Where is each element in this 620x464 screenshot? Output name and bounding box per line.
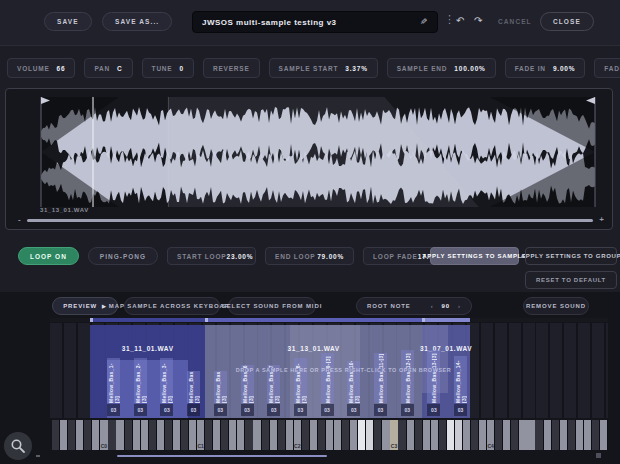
param-volume[interactable]: VOLUME66 [7, 58, 75, 78]
waveform-editor[interactable]: 31_13_01.WAV - + [5, 88, 613, 230]
white-key[interactable] [527, 420, 534, 450]
keymap-grid[interactable]: 31_11_01.WAV31_13_01.WAV31_07_01.WAVMell… [50, 323, 608, 418]
sample-strip-count[interactable]: 03 [454, 404, 467, 416]
black-key[interactable] [125, 420, 132, 450]
white-key[interactable] [92, 420, 99, 450]
sample-strip-count[interactable]: 03 [187, 404, 200, 416]
black-key[interactable] [358, 420, 365, 450]
waveform-zoom-scrollbar[interactable]: - + [18, 215, 604, 225]
black-key[interactable] [205, 420, 212, 450]
select-sound-from-midi-button[interactable]: SELECT SOUND FROM MIDI [228, 297, 316, 315]
apply-settings-to-sample-button[interactable]: APPLY SETTINGS TO SAMPLE [430, 247, 519, 265]
zoom-out-icon[interactable]: - [18, 216, 21, 224]
black-key[interactable] [302, 420, 309, 450]
sample-strip-count[interactable]: 03 [134, 404, 147, 416]
white-key[interactable] [237, 420, 244, 450]
sample-strip-count[interactable]: 03 [374, 404, 387, 416]
sample-strip-count[interactable]: 03 [160, 404, 173, 416]
white-key[interactable] [286, 420, 293, 450]
black-key[interactable] [439, 420, 446, 450]
white-key[interactable] [334, 420, 341, 450]
sample-strip-mellow-bas-1-3[interactable]: Mellow_Bas_1-[3] [107, 358, 120, 403]
param-reverse[interactable]: REVERSE [203, 58, 260, 78]
close-button[interactable]: CLOSE [540, 12, 594, 31]
keyboard-scrollbar-end[interactable] [596, 453, 601, 458]
sample-strip-count[interactable]: 03 [214, 404, 227, 416]
param-sample-start[interactable]: SAMPLE START3.37% [269, 58, 378, 78]
param-pan[interactable]: PANC [84, 58, 132, 78]
root-note-control[interactable]: ROOT NOTE ‹ 90 › [356, 297, 472, 315]
sample-strip-mellow-bas-12-3[interactable]: Mellow_Bas_12-[3] [401, 350, 414, 403]
black-key[interactable] [535, 420, 542, 450]
white-key[interactable] [544, 420, 551, 450]
cancel-button[interactable]: CANCEL [486, 12, 544, 31]
black-key[interactable] [455, 420, 462, 450]
chevron-right-icon[interactable]: › [458, 303, 461, 309]
black-key[interactable] [165, 420, 172, 450]
loop-param-start-loop[interactable]: START LOOP23.00% [167, 247, 256, 265]
reset-to-default-button[interactable]: RESET TO DEFAULT [525, 271, 617, 289]
black-key[interactable] [415, 420, 422, 450]
sample-strip-mellow-bas-5-3[interactable]: Mellow_Bas_5-[3] [214, 371, 227, 403]
white-key[interactable] [270, 420, 277, 450]
white-key[interactable] [479, 420, 486, 450]
sample-strip-count[interactable]: 03 [241, 404, 254, 416]
black-key[interactable] [568, 420, 575, 450]
sample-strip-count[interactable]: 03 [267, 404, 280, 416]
white-key[interactable] [576, 420, 583, 450]
white-key[interactable] [350, 420, 357, 450]
save-button[interactable]: SAVE [44, 12, 92, 31]
sample-strip-count[interactable]: 03 [321, 404, 334, 416]
white-key[interactable] [382, 420, 389, 450]
preset-title-field[interactable]: JWSOS multi-sample testing v3 ✎ [192, 11, 438, 33]
ping-pong-toggle[interactable]: PING-PONG [88, 247, 158, 265]
white-key[interactable] [584, 420, 591, 450]
sample-strip-count[interactable]: 03 [401, 404, 414, 416]
white-key[interactable] [141, 420, 148, 450]
overview-zone-31-11-01-wav[interactable] [90, 318, 205, 322]
white-key[interactable]: C1 [197, 420, 204, 450]
white-key[interactable] [600, 420, 607, 450]
white-key[interactable] [326, 420, 333, 450]
black-key[interactable] [471, 420, 478, 450]
white-key[interactable] [366, 420, 373, 450]
black-key[interactable] [221, 420, 228, 450]
save-as-button[interactable]: SAVE AS... [102, 12, 172, 31]
white-key[interactable] [423, 420, 430, 450]
white-key[interactable] [229, 420, 236, 450]
black-key[interactable] [52, 420, 59, 450]
white-key[interactable] [519, 420, 526, 450]
black-key[interactable] [552, 420, 559, 450]
black-key[interactable] [68, 420, 75, 450]
white-key[interactable] [189, 420, 196, 450]
white-key[interactable] [157, 420, 164, 450]
keyboard-scrollbar[interactable] [117, 455, 327, 457]
black-key[interactable] [262, 420, 269, 450]
apply-settings-to-group-button[interactable]: APPLY SETTINGS TO GROUP [525, 247, 617, 265]
white-key[interactable] [560, 420, 567, 450]
chevron-left-icon[interactable]: ‹ [431, 303, 434, 309]
magnifier-icon[interactable] [4, 432, 32, 460]
white-key[interactable]: C0 [100, 420, 107, 450]
map-sample-across-keyboard-button[interactable]: MAP SAMPLE ACROSS KEYBOARD [124, 297, 220, 315]
sample-strip-count[interactable]: 03 [107, 404, 120, 416]
loop-on-toggle[interactable]: LOOP ON [18, 247, 79, 265]
overview-zone-31-07-01-wav[interactable] [422, 318, 470, 322]
kebab-menu-icon[interactable]: ⋮ [444, 13, 455, 26]
edit-pencil-icon[interactable]: ✎ [420, 17, 428, 27]
sample-strip-count[interactable]: 03 [347, 404, 360, 416]
keymap-overview-strip[interactable] [50, 318, 608, 322]
black-key[interactable] [278, 420, 285, 450]
white-key[interactable] [431, 420, 438, 450]
white-key[interactable] [60, 420, 67, 450]
black-key[interactable] [149, 420, 156, 450]
sample-strip-mellow-bas-2-3[interactable]: Mellow_Bas_2-[3] [134, 358, 147, 403]
black-key[interactable] [84, 420, 91, 450]
param-sample-end[interactable]: SAMPLE END100.00% [387, 58, 496, 78]
black-key[interactable] [374, 420, 381, 450]
white-key[interactable] [310, 420, 317, 450]
white-key[interactable] [76, 420, 83, 450]
white-key[interactable] [503, 420, 510, 450]
white-key[interactable]: C4 [487, 420, 494, 450]
sample-strip-mellow-bas-14-3[interactable]: Mellow_Bas_14-[3] [454, 356, 467, 403]
